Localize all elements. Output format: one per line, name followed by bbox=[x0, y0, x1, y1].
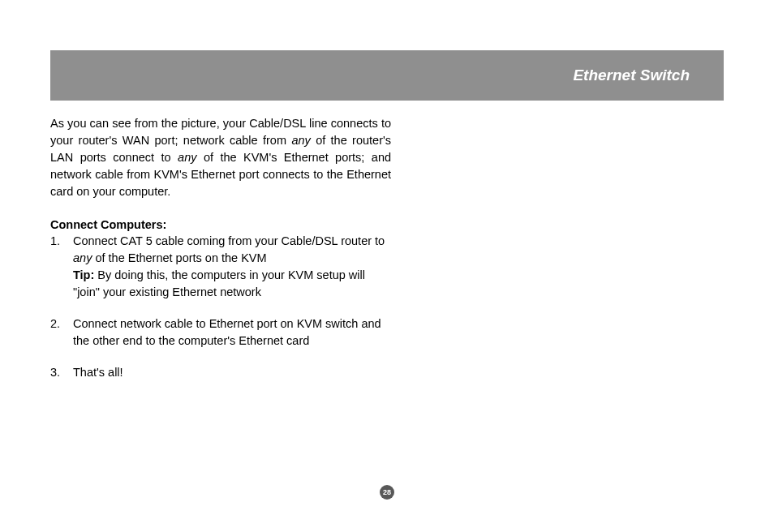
content-column: As you can see from the picture, your Ca… bbox=[50, 115, 391, 381]
step1-text-b: of the Ethernet ports on the KVM bbox=[92, 251, 266, 264]
tip-label: Tip: bbox=[73, 268, 94, 281]
list-item: 3. That's all! bbox=[50, 364, 391, 381]
page-number-text: 28 bbox=[383, 488, 391, 496]
step-number: 3. bbox=[50, 364, 73, 381]
intro-em1: any bbox=[291, 134, 310, 147]
step-number: 1. bbox=[50, 233, 73, 301]
steps-list: 1. Connect CAT 5 cable coming from your … bbox=[50, 233, 391, 381]
step-body: Connect network cable to Ethernet port o… bbox=[73, 315, 391, 350]
page-number-badge: 28 bbox=[380, 485, 394, 500]
step-body: Connect CAT 5 cable coming from your Cab… bbox=[73, 233, 391, 301]
step1-em: any bbox=[73, 251, 92, 264]
list-item: 1. Connect CAT 5 cable coming from your … bbox=[50, 233, 391, 301]
step-body: That's all! bbox=[73, 364, 391, 381]
step-number: 2. bbox=[50, 315, 73, 350]
header-bar: Ethernet Switch bbox=[50, 50, 724, 101]
intro-em2: any bbox=[178, 151, 196, 164]
list-item: 2. Connect network cable to Ethernet por… bbox=[50, 315, 391, 350]
section-heading: Connect Computers: bbox=[50, 218, 391, 231]
tip-text: By doing this, the computers in your KVM… bbox=[73, 268, 365, 298]
intro-paragraph: As you can see from the picture, your Ca… bbox=[50, 115, 391, 200]
page-title: Ethernet Switch bbox=[573, 66, 690, 84]
step1-text-a: Connect CAT 5 cable coming from your Cab… bbox=[73, 234, 385, 247]
